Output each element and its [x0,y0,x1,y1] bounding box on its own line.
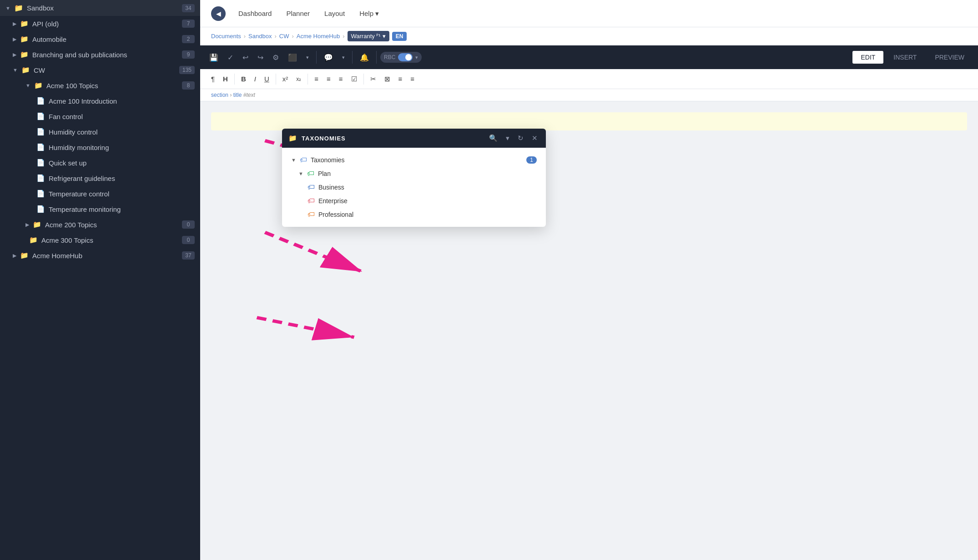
clear-format-button[interactable]: ⊠ [381,73,394,85]
paragraph-button[interactable]: ¶ [207,73,218,85]
arrow-down-icon-tax: ▼ [291,157,296,163]
chevron-down-icon-2[interactable]: ▾ [338,52,348,63]
arrow-down-icon: ▼ [25,83,30,88]
taxonomies-root-row[interactable]: ▼ 🏷 Taxonomies 1 [289,153,539,167]
path-section: section [211,92,228,98]
superscript-button[interactable]: x² [279,73,292,85]
undo-icon[interactable]: ↩ [239,50,252,65]
sidebar-item-quicksetup[interactable]: 📄 Quick set up [0,155,200,170]
subscript-button[interactable]: x₂ [292,74,305,85]
sidebar-badge: 34 [182,4,195,12]
view-icon[interactable]: ⬛ [284,50,301,65]
save-icon[interactable]: 💾 [206,50,222,65]
sidebar-item-label: Humidity control [49,128,98,136]
sidebar-item-label: Humidity monitoring [49,144,109,151]
italic-button[interactable]: I [251,73,260,85]
heading-button[interactable]: H [219,73,232,85]
doc-icon: 📄 [36,205,45,213]
sidebar-item-label: Sandbox [27,4,54,12]
search-icon[interactable]: 🔍 [487,133,499,143]
sidebar-item-acme100topics[interactable]: ▼ 📁 Acme 100 Topics 8 [0,78,200,93]
underline-button[interactable]: U [261,73,273,85]
sidebar: ▼ 📁 Sandbox 34 ▶ 📁 API (old) 7 ▶ 📁 Autom… [0,0,200,560]
sidebar-item-tempcontrol[interactable]: 📄 Temperature control [0,186,200,201]
sidebar-item-acme100intro[interactable]: 📄 Acme 100 Introduction [0,93,200,109]
taxonomies-business-row[interactable]: 🏷 Business [289,180,539,194]
sidebar-item-tempmonitoring[interactable]: 📄 Temperature monitoring [0,201,200,217]
tag-icon-enterprise: 🏷 [308,197,315,205]
sidebar-item-sandbox[interactable]: ▼ 📁 Sandbox 34 [0,0,200,16]
unordered-list-button[interactable]: ≡ [311,73,322,85]
taxonomies-root-count: 1 [526,156,537,164]
sidebar-item-api-old[interactable]: ▶ 📁 API (old) 7 [0,16,200,31]
arrow-down-icon-plan: ▼ [298,171,303,176]
redo-icon[interactable]: ↪ [254,50,267,65]
tab-preview[interactable]: PREVIEW [927,51,973,64]
nav-link-dashboard[interactable]: Dashboard [233,8,277,19]
bell-icon[interactable]: 🔔 [356,50,373,65]
title-highlight[interactable] [211,112,967,130]
chevron-down-icon-tax[interactable]: ▾ [504,133,511,143]
outdent-button[interactable]: ≡ [407,73,418,85]
version-select[interactable]: Warranty ᴾ¹ ▾ [348,31,389,41]
breadcrumb-acmehomehub[interactable]: Acme HomeHub [297,33,340,40]
sidebar-item-branching[interactable]: ▶ 📁 Branching and sub publications 9 [0,47,200,62]
back-icon: ◀ [216,10,221,17]
nav-link-layout[interactable]: Layout [319,8,350,19]
cut-button[interactable]: ✂ [367,73,380,85]
check-icon[interactable]: ✓ [224,50,237,65]
tab-insert[interactable]: INSERT [885,51,925,64]
nav-link-planner[interactable]: Planner [281,8,315,19]
breadcrumb-documents[interactable]: Documents [211,33,241,40]
toolbar-divider-2 [352,51,353,64]
sidebar-item-humiditycontrol[interactable]: 📄 Humidity control [0,124,200,140]
sidebar-item-fancontrol[interactable]: 📄 Fan control [0,109,200,124]
close-icon[interactable]: ✕ [530,133,539,143]
folder-icon: 📁 [21,66,30,74]
settings-icon[interactable]: ⚙ [269,50,282,65]
arrow-right-icon: ▶ [13,253,16,259]
comment-icon[interactable]: 💬 [320,50,337,65]
sidebar-item-label: Branching and sub publications [32,51,127,59]
nav-link-help[interactable]: Help ▾ [354,8,384,20]
chevron-icon[interactable]: ▾ [302,52,313,63]
plan-label: Plan [318,170,331,177]
language-badge[interactable]: EN [392,32,407,41]
sep2: › [274,33,276,40]
align-button[interactable]: ≡ [335,73,347,85]
sidebar-item-refrigerant[interactable]: 📄 Refrigerant guidelines [0,170,200,186]
taxonomies-enterprise-row[interactable]: 🏷 Enterprise [289,194,539,208]
sidebar-item-label: Fan control [49,113,83,120]
fmt-divider-2 [276,74,276,85]
sidebar-item-cw[interactable]: ▼ 📁 CW 135 [0,62,200,78]
tag-icon-root: 🏷 [300,156,307,164]
taxonomies-professional-row[interactable]: 🏷 Professional [289,208,539,221]
sidebar-item-acmehomehub[interactable]: ▶ 📁 Acme HomeHub 37 [0,248,200,263]
tab-edit[interactable]: EDIT [852,51,883,64]
sidebar-item-acme300topics[interactable]: 📁 Acme 300 Topics 0 [0,232,200,248]
sidebar-item-acme200topics[interactable]: ▶ 📁 Acme 200 Topics 0 [0,217,200,232]
sidebar-item-label: Quick set up [49,159,86,167]
ordered-list-button[interactable]: ≡ [323,73,334,85]
breadcrumb-sandbox[interactable]: Sandbox [248,33,272,40]
taxonomies-plan-row[interactable]: ▼ 🏷 Plan [289,167,539,180]
breadcrumb-cw[interactable]: CW [279,33,289,40]
toggle-pill[interactable] [398,53,413,61]
sidebar-item-automobile[interactable]: ▶ 📁 Automobile 2 [0,31,200,47]
folder-icon: 📁 [29,236,38,244]
doc-icon: 📄 [36,190,45,198]
spellcheck-label: RBC [384,54,395,60]
chevron-down-icon-3[interactable]: ▾ [415,55,418,60]
fmt-divider-4 [363,74,364,85]
nav-toggle-button[interactable]: ◀ [211,6,226,21]
indent-button[interactable]: ≡ [395,73,406,85]
taxonomies-header: 📁 TAXONOMIES 🔍 ▾ ↻ ✕ [282,129,546,148]
checklist-button[interactable]: ☑ [348,73,361,85]
arrow-right-icon: ▶ [13,21,16,27]
bold-button[interactable]: B [237,73,250,85]
folder-icon: 📁 [34,81,43,90]
spellcheck-toggle[interactable]: RBC ▾ [380,52,422,63]
refresh-icon[interactable]: ↻ [516,133,525,143]
sidebar-item-humiditymonitoring[interactable]: 📄 Humidity monitoring [0,140,200,155]
taxonomies-body: ▼ 🏷 Taxonomies 1 ▼ 🏷 Plan 🏷 Business [282,148,546,227]
